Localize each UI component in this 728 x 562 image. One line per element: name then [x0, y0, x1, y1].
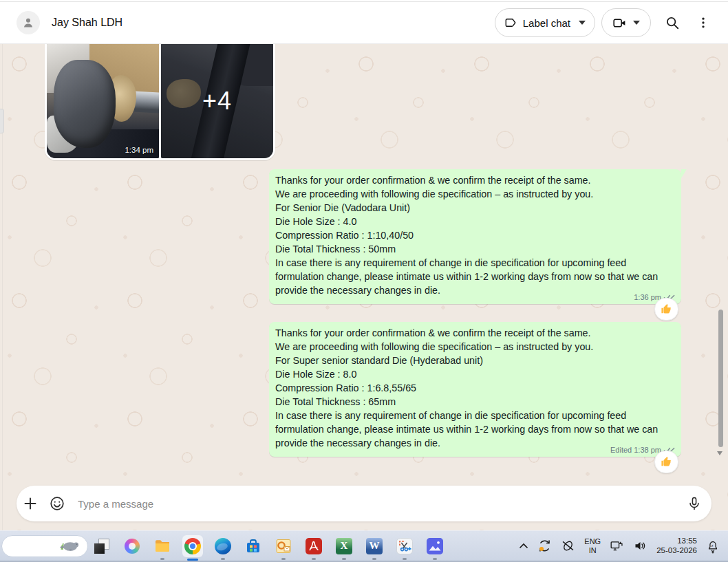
more-photos-count: +4 — [202, 87, 232, 116]
kebab-menu-icon — [696, 16, 710, 30]
outgoing-message-1: Thanks for your order confirmation & we … — [269, 169, 681, 304]
word-icon[interactable]: W — [366, 538, 383, 554]
clock[interactable]: 13:55 25-03-2026 — [656, 537, 697, 555]
volume-icon[interactable] — [633, 539, 647, 553]
mic-icon — [687, 496, 702, 511]
chevron-down-icon — [579, 21, 586, 25]
message-time-edited: Edited 1:38 pm — [610, 446, 661, 454]
message-time: 1:36 pm — [634, 293, 661, 301]
microsoft-store-icon[interactable] — [245, 538, 261, 554]
chrome-icon[interactable] — [184, 538, 201, 554]
search-button[interactable] — [665, 15, 680, 30]
album-timestamp: 1:34 pm — [125, 146, 153, 154]
network-icon[interactable] — [610, 539, 624, 553]
acrobat-icon[interactable] — [306, 538, 322, 554]
chevron-down-icon — [633, 21, 640, 25]
menu-button[interactable] — [696, 16, 710, 30]
video-camera-icon — [612, 16, 627, 30]
header-actions: Label chat — [495, 8, 710, 37]
copilot-icon[interactable] — [124, 538, 140, 554]
label-chat-text: Label chat — [523, 17, 570, 29]
bell-dnd-icon[interactable]: z — [706, 539, 720, 554]
mouse-disabled-icon[interactable] — [561, 539, 575, 553]
emoji-button[interactable] — [49, 495, 65, 512]
message-text: Thanks for your order confirmation & we … — [275, 326, 675, 450]
chevron-up-icon[interactable] — [519, 543, 528, 549]
album-photo-1[interactable]: 1:34 pm — [47, 43, 159, 158]
plus-icon — [22, 495, 39, 512]
outgoing-message-2: Thanks for your order confirmation & we … — [269, 322, 681, 457]
search-highlight-manatee-icon — [57, 539, 81, 554]
more-photos-overlay: +4 — [161, 43, 273, 158]
message-composer — [17, 486, 711, 521]
sync-icon[interactable] — [537, 539, 552, 553]
label-chat-button[interactable]: Label chat — [495, 8, 595, 37]
tag-icon — [504, 17, 517, 29]
edge-icon[interactable] — [215, 538, 231, 554]
photo-album-message: 1:34 pm +4 — [45, 43, 275, 160]
outlook-icon[interactable] — [275, 538, 292, 554]
sticker-emoji-icon — [49, 495, 65, 512]
photos-icon[interactable] — [427, 538, 443, 554]
language-indicator[interactable]: ENGIN — [584, 537, 601, 554]
excel-icon[interactable]: X — [336, 538, 352, 554]
taskbar-search-box[interactable] — [1, 535, 88, 557]
language-line-2: IN — [589, 546, 597, 554]
contact-name[interactable]: Jay Shah LDH — [52, 17, 122, 29]
message-text: Thanks for your order confirmation & we … — [275, 173, 675, 297]
thumbs-up-icon — [661, 303, 672, 315]
scroll-down-arrow[interactable] — [717, 451, 722, 455]
scrollbar-thumb[interactable] — [718, 310, 723, 447]
photo-detail — [54, 60, 116, 148]
thumbs-up-icon — [661, 456, 672, 468]
chat-header: Jay Shah LDH Label chat — [0, 2, 728, 44]
album-photo-more[interactable]: +4 — [161, 43, 273, 158]
file-explorer-icon[interactable] — [154, 538, 171, 554]
video-call-button[interactable] — [601, 8, 651, 37]
attach-button[interactable] — [22, 495, 39, 512]
taskbar-app-icons: X W — [94, 531, 443, 561]
tray-time: 13:55 — [656, 537, 697, 546]
reaction-bubble[interactable] — [654, 451, 678, 473]
language-line-1: ENG — [584, 537, 601, 545]
windows-taskbar: X W ENGIN — [0, 530, 728, 562]
bubble-tail — [681, 169, 687, 178]
voice-message-button[interactable] — [687, 496, 702, 511]
contact-avatar[interactable] — [17, 11, 40, 34]
message-input[interactable] — [76, 497, 687, 510]
snipping-tool-icon[interactable] — [396, 538, 413, 554]
svg-text:z: z — [711, 543, 714, 547]
avatar-person-icon — [21, 15, 36, 30]
panel-drag-handle[interactable] — [0, 109, 4, 133]
search-icon — [665, 15, 680, 30]
tray-date: 25-03-2026 — [656, 546, 697, 556]
system-tray: ENGIN 13:55 25-03-2026 z — [519, 531, 720, 561]
task-view-icon[interactable] — [94, 538, 110, 554]
reaction-bubble[interactable] — [654, 298, 678, 321]
